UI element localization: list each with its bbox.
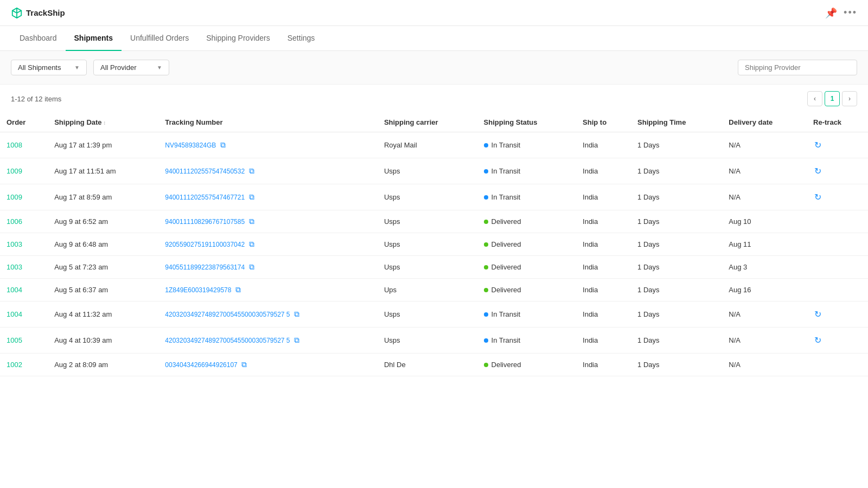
tab-shipments[interactable]: Shipments	[66, 26, 122, 51]
next-page-button[interactable]: ›	[842, 91, 857, 106]
shipment-filter-chevron: ▼	[74, 65, 80, 70]
tab-unfulfilled-orders[interactable]: Unfulfilled Orders	[122, 26, 197, 51]
cell-shipping-carrier: Usps	[378, 328, 477, 354]
cell-tracking-number: 9400111108296767107585 ⧉	[158, 210, 378, 233]
provider-filter-label: All Provider	[100, 63, 136, 72]
tracking-link[interactable]: 00340434266944926107	[165, 361, 237, 369]
tab-dashboard[interactable]: Dashboard	[11, 26, 66, 51]
table-row: 1009 Aug 17 at 11:51 am 9400111202557547…	[0, 158, 868, 184]
copy-tracking-icon[interactable]: ⧉	[249, 166, 254, 176]
app-name: TrackShip	[26, 8, 65, 17]
copy-tracking-icon[interactable]: ⧉	[249, 240, 254, 249]
status-dot	[484, 143, 488, 147]
retrack-button[interactable]: ↻	[813, 165, 822, 177]
cell-order: 1006	[0, 210, 48, 233]
cell-delivery-date: N/A	[722, 184, 807, 210]
order-link[interactable]: 1009	[7, 193, 22, 201]
cell-delivery-date: Aug 16	[722, 279, 807, 301]
order-link[interactable]: 1005	[7, 336, 22, 344]
cell-retrack	[807, 279, 868, 301]
tracking-link[interactable]: 9400111108296767107585	[165, 218, 245, 226]
cell-order: 1002	[0, 354, 48, 376]
status-label: In Transit	[492, 141, 520, 149]
cell-shipping-time: 1 Days	[631, 210, 722, 233]
retrack-button[interactable]: ↻	[813, 191, 822, 203]
retrack-button[interactable]: ↻	[813, 139, 822, 151]
tracking-link[interactable]: 9405511899223879563174	[165, 264, 245, 271]
cell-delivery-date: N/A	[722, 354, 807, 376]
shipments-table: Order Shipping Date Tracking Number Ship…	[0, 113, 868, 376]
shipments-table-container: Order Shipping Date Tracking Number Ship…	[0, 113, 868, 376]
retrack-button[interactable]: ↻	[813, 334, 822, 346]
retrack-button[interactable]: ↻	[813, 308, 822, 320]
status-label: Delivered	[492, 217, 521, 226]
cell-ship-to: India	[576, 184, 631, 210]
cell-order: 1005	[0, 328, 48, 354]
cell-tracking-number: 1Z849E600319429578 ⧉	[158, 279, 378, 301]
page-1-button[interactable]: 1	[825, 91, 840, 106]
cell-shipping-time: 1 Days	[631, 279, 722, 301]
copy-tracking-icon[interactable]: ⧉	[294, 336, 299, 345]
tracking-link[interactable]: 9400111202557547467721	[165, 194, 245, 201]
order-link[interactable]: 1008	[7, 141, 22, 149]
table-row: 1004 Aug 5 at 6:37 am 1Z849E600319429578…	[0, 279, 868, 301]
copy-tracking-icon[interactable]: ⧉	[249, 217, 254, 226]
cell-shipping-time: 1 Days	[631, 256, 722, 279]
status-dot	[484, 338, 488, 343]
copy-tracking-icon[interactable]: ⧉	[235, 285, 241, 294]
more-options-icon[interactable]: •••	[844, 7, 857, 18]
cell-shipping-date: Aug 5 at 7:23 am	[48, 256, 158, 279]
status-dot	[484, 312, 488, 317]
tab-settings[interactable]: Settings	[279, 26, 324, 51]
copy-tracking-icon[interactable]: ⧉	[241, 360, 247, 369]
tab-shipping-providers[interactable]: Shipping Providers	[197, 26, 279, 51]
status-label: In Transit	[492, 193, 520, 201]
status-label: In Transit	[492, 310, 520, 318]
cell-order: 1009	[0, 184, 48, 210]
nav-tabs: Dashboard Shipments Unfulfilled Orders S…	[0, 26, 868, 51]
cell-ship-to: India	[576, 210, 631, 233]
tracking-link[interactable]: 9205590275191100037042	[165, 241, 245, 248]
cell-retrack: ↻	[807, 158, 868, 184]
order-link[interactable]: 1002	[7, 361, 22, 369]
order-link[interactable]: 1003	[7, 263, 22, 271]
cell-shipping-date: Aug 9 at 6:52 am	[48, 210, 158, 233]
tracking-link[interactable]: NV945893824GB	[165, 142, 216, 149]
order-link[interactable]: 1004	[7, 310, 22, 318]
cell-shipping-time: 1 Days	[631, 354, 722, 376]
copy-tracking-icon[interactable]: ⧉	[220, 140, 226, 150]
pin-icon[interactable]: 📌	[825, 7, 837, 19]
order-link[interactable]: 1003	[7, 240, 22, 248]
cell-order: 1003	[0, 233, 48, 256]
tracking-link[interactable]: 1Z849E600319429578	[165, 286, 231, 294]
cell-shipping-status: Delivered	[477, 354, 577, 376]
order-link[interactable]: 1004	[7, 286, 22, 294]
cell-order: 1004	[0, 279, 48, 301]
shipment-filter[interactable]: All Shipments ▼	[11, 60, 87, 75]
copy-tracking-icon[interactable]: ⧉	[249, 262, 254, 272]
cell-order: 1008	[0, 132, 48, 158]
cell-order: 1009	[0, 158, 48, 184]
col-ship-to: Ship to	[576, 113, 631, 132]
header-actions: 📌 •••	[825, 7, 857, 19]
tracking-link[interactable]: 420320349274892700545500030579527 5	[165, 337, 290, 344]
cell-retrack: ↻	[807, 184, 868, 210]
order-link[interactable]: 1006	[7, 217, 22, 226]
cell-shipping-status: In Transit	[477, 301, 577, 328]
tracking-link[interactable]: 9400111202557547450532	[165, 168, 245, 175]
col-shipping-status: Shipping Status	[477, 113, 577, 132]
app-header: TrackShip 📌 •••	[0, 0, 868, 26]
col-shipping-date[interactable]: Shipping Date	[48, 113, 158, 132]
cell-shipping-status: Delivered	[477, 256, 577, 279]
cell-shipping-status: In Transit	[477, 184, 577, 210]
cell-shipping-date: Aug 4 at 11:32 am	[48, 301, 158, 328]
order-link[interactable]: 1009	[7, 167, 22, 175]
prev-page-button[interactable]: ‹	[807, 91, 822, 106]
cell-delivery-date: Aug 11	[722, 233, 807, 256]
cell-tracking-number: 9400111202557547467721 ⧉	[158, 184, 378, 210]
copy-tracking-icon[interactable]: ⧉	[249, 192, 254, 202]
search-input[interactable]	[738, 60, 857, 75]
copy-tracking-icon[interactable]: ⧉	[294, 310, 299, 319]
tracking-link[interactable]: 420320349274892700545500030579527 5	[165, 311, 290, 318]
provider-filter[interactable]: All Provider ▼	[93, 60, 169, 75]
